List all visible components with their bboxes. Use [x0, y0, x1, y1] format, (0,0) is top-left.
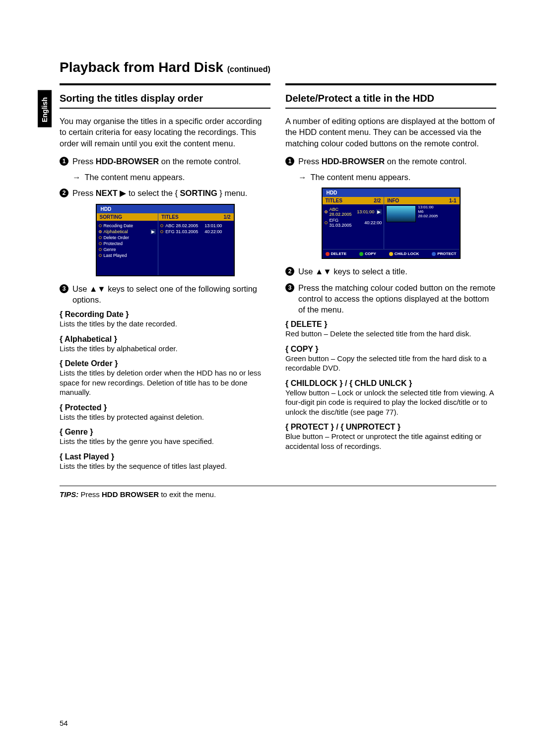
hdd-titles-screenshot: HDD TITLES2/2 ABC 28.02.2005 13:01:00▶ E… — [322, 188, 461, 259]
step-number-2: 2 — [60, 189, 68, 197]
step-3-right: 3 Press the matching colour coded button… — [285, 282, 496, 315]
step-2: 2 Press NEXT ▶ to select the { SORTING }… — [60, 188, 270, 198]
arrow-icon: → — [72, 172, 81, 183]
step-2-right: 2 Use ▲▼ keys to select a title. — [285, 266, 496, 277]
page: Playback from Hard Disk (continued) Sort… — [0, 0, 536, 528]
step-number-1: 1 — [60, 157, 68, 166]
page-title-suffix: (continued) — [227, 65, 270, 73]
result-1-right: → The content menu appears. — [298, 172, 496, 183]
arrow-icon: → — [298, 172, 307, 183]
intro-text-right: A number of editing options are displaye… — [285, 116, 496, 149]
option-genre: { Genre } Lists the titles by the genre … — [60, 428, 270, 446]
page-title: Playback from Hard Disk (continued) — [60, 60, 496, 75]
option-delete-order: { Delete Order } Lists the titles by del… — [60, 359, 270, 397]
option-recording-date: { Recording Date } Lists the titles by t… — [60, 310, 270, 329]
fig1-header: HDD — [97, 205, 234, 213]
option-copy: { COPY } Green button – Copy the selecte… — [285, 345, 496, 373]
step-number-3: 3 — [60, 284, 68, 293]
option-childlock: { CHILDLOCK } / { CHLD UNLCK } Yellow bu… — [285, 379, 496, 417]
tips-footer: TIPS: Press HDD BROWSER to exit the menu… — [60, 486, 496, 499]
option-alphabetical: { Alphabetical } Lists the titles by alp… — [60, 335, 270, 354]
page-title-text: Playback from Hard Disk — [60, 60, 223, 75]
intro-text: You may organise the titles in a specifi… — [60, 116, 270, 149]
step-3: 3 Use ▲▼ keys to select one of the follo… — [60, 283, 270, 306]
option-protected: { Protected } Lists the titles by protec… — [60, 403, 270, 422]
hdd-sorting-screenshot: HDD SORTING Recoding Date Alphabetical▶ … — [96, 204, 235, 276]
option-last-played: { Last Played } Lists the titles by the … — [60, 452, 270, 471]
option-protect: { PROTECT } / { UNPROTECT } Blue button … — [285, 423, 496, 451]
thumbnail — [386, 205, 416, 222]
step-1-right: 1 Press HDD-BROWSER on the remote contro… — [285, 156, 496, 167]
left-column: Sorting the titles display order You may… — [60, 83, 270, 477]
section-heading-delete-protect: Delete/Protect a title in the HDD — [285, 92, 496, 105]
step-1: 1 Press HDD-BROWSER on the remote contro… — [60, 156, 270, 167]
page-number: 54 — [60, 719, 68, 727]
section-heading-sorting: Sorting the titles display order — [60, 92, 270, 105]
right-column: Delete/Protect a title in the HDD A numb… — [285, 83, 496, 477]
option-delete: { DELETE } Red button – Delete the selec… — [285, 320, 496, 339]
result-1: → The content menu appears. — [72, 172, 270, 183]
